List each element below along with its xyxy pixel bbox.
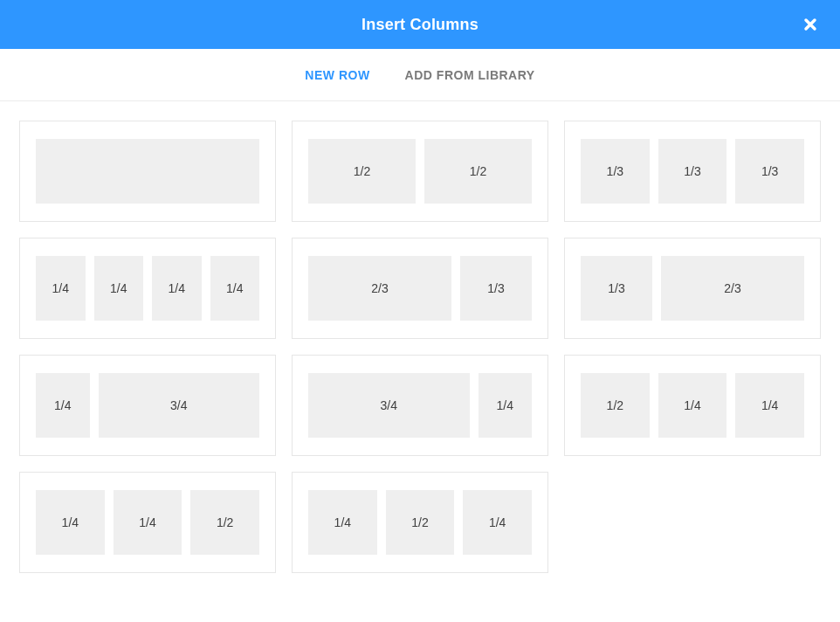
column-box: 1/3 [581, 256, 652, 321]
column-box: 1/3 [581, 139, 650, 204]
layout-option-2-3_1-3[interactable]: 2/31/3 [292, 238, 548, 339]
column-box: 1/2 [190, 490, 259, 555]
column-box: 1/4 [152, 256, 202, 321]
column-box: 1/4 [36, 373, 90, 438]
column-box: 1/4 [36, 256, 86, 321]
layout-option-thirds[interactable]: 1/31/31/3 [564, 121, 821, 222]
close-icon [803, 17, 817, 31]
layout-option-1-3_2-3[interactable]: 1/32/3 [564, 238, 821, 339]
column-box: 1/3 [460, 256, 532, 321]
column-box: 1/4 [308, 490, 377, 555]
column-box: 1/4 [94, 256, 144, 321]
column-box: 1/2 [424, 139, 532, 204]
tabs: NEW ROW ADD FROM LIBRARY [0, 49, 840, 101]
column-box: 2/3 [308, 256, 451, 321]
layout-option-full[interactable] [19, 121, 276, 222]
modal-header: Insert Columns [0, 0, 840, 49]
column-box: 1/4 [36, 490, 105, 555]
column-box: 1/3 [735, 139, 804, 204]
tab-add-from-library[interactable]: ADD FROM LIBRARY [405, 68, 535, 82]
column-box [36, 139, 259, 204]
column-box: 1/4 [114, 490, 182, 555]
layout-option-half-half[interactable]: 1/21/2 [292, 121, 548, 222]
column-box: 3/4 [308, 373, 470, 438]
layout-option-3-4_1-4[interactable]: 3/41/4 [292, 355, 548, 456]
layout-option-quarters[interactable]: 1/41/41/41/4 [19, 238, 276, 339]
layout-option-1-2_1-4_1-4[interactable]: 1/21/41/4 [564, 355, 821, 456]
column-box: 3/4 [99, 373, 260, 438]
tab-new-row[interactable]: NEW ROW [305, 68, 369, 82]
column-box: 1/4 [210, 256, 260, 321]
column-box: 1/2 [386, 490, 455, 555]
layout-option-1-4_1-4_1-2[interactable]: 1/41/41/2 [19, 472, 276, 573]
layout-option-1-4_1-2_1-4[interactable]: 1/41/21/4 [292, 472, 548, 573]
modal-title: Insert Columns [361, 16, 479, 34]
column-box: 1/4 [479, 373, 533, 438]
close-button[interactable] [802, 16, 819, 33]
column-box: 1/2 [581, 373, 650, 438]
layout-grid: 1/21/21/31/31/31/41/41/41/42/31/31/32/31… [0, 101, 840, 573]
layout-option-1-4_3-4[interactable]: 1/43/4 [19, 355, 276, 456]
insert-columns-modal: Insert Columns NEW ROW ADD FROM LIBRARY … [0, 0, 840, 573]
column-box: 1/2 [308, 139, 416, 204]
column-box: 1/4 [658, 373, 727, 438]
column-box: 2/3 [661, 256, 804, 321]
column-box: 1/3 [658, 139, 727, 204]
column-box: 1/4 [735, 373, 804, 438]
column-box: 1/4 [463, 490, 532, 555]
